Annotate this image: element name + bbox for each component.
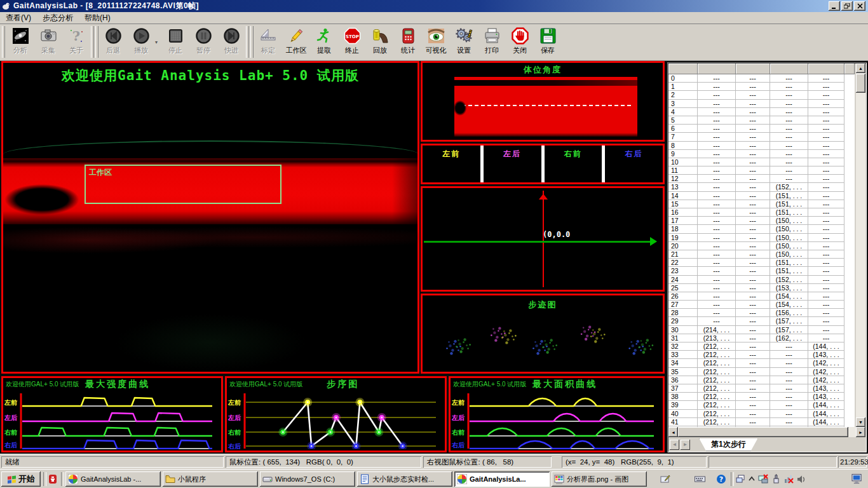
task-button-1[interactable]: GaitAnalysisLab -... bbox=[65, 471, 161, 487]
toolbar-button-gears[interactable]: 设置 bbox=[450, 25, 478, 58]
table-row[interactable]: 27------(154, . . .--- bbox=[668, 301, 855, 309]
toolbar-button-hand[interactable]: 关闭 bbox=[506, 25, 534, 58]
wireless-disconnected-icon[interactable] bbox=[783, 473, 794, 485]
scroll-right-button[interactable]: ► bbox=[856, 427, 865, 437]
table-row[interactable]: 20------(150, . . .--- bbox=[668, 242, 855, 250]
table-row[interactable]: 21------(150, . . .--- bbox=[668, 250, 855, 259]
scroll-down-button[interactable]: ▼ bbox=[856, 417, 865, 427]
task-button-3[interactable]: Windows7_OS (C:) bbox=[260, 471, 355, 487]
table-row[interactable]: 16------(151, . . .--- bbox=[668, 208, 855, 217]
table-row[interactable]: 17------(150, . . .--- bbox=[668, 217, 855, 225]
minimize-button[interactable] bbox=[829, 1, 840, 11]
quadrant-panel[interactable]: 左前左后右前右后 bbox=[421, 144, 665, 184]
task-button-4[interactable]: 大小鼠步态实时检... bbox=[357, 471, 452, 487]
sheet-tab[interactable]: 第1次步行 bbox=[699, 438, 758, 451]
table-row[interactable]: 5------------ bbox=[668, 116, 855, 125]
taskbar-clock[interactable]: 21:29 2012/2/9 bbox=[813, 471, 839, 488]
table-row[interactable]: 2------------ bbox=[668, 91, 855, 99]
posture-angle-panel[interactable]: 体位角度 bbox=[421, 61, 665, 142]
collapse-tray-icon[interactable] bbox=[746, 473, 757, 485]
toolbar-button-galaxy[interactable]: 分析 bbox=[6, 25, 34, 58]
table-row[interactable]: 32(212, . . .------(144, . . . bbox=[668, 342, 855, 351]
network-disconnected-icon[interactable] bbox=[757, 473, 769, 485]
toolbar-button-question[interactable]: ?关于 bbox=[62, 25, 90, 58]
table-row[interactable]: 22------(151, . . .--- bbox=[668, 259, 855, 267]
table-row[interactable]: 12------------ bbox=[668, 175, 855, 183]
max-area-chart[interactable]: 欢迎使用GAL+ 5.0 试用版最大面积曲线左前左后右前右后 bbox=[449, 376, 665, 452]
step-sequence-chart[interactable]: 欢迎使用GAL+ 5.0 试用版步序图左前左后右前右后 bbox=[225, 376, 447, 452]
table-row[interactable]: 13------(152, . . .--- bbox=[668, 183, 855, 191]
toolbar-button-pencil[interactable]: 工作区 bbox=[282, 25, 310, 58]
toolbar-button-film[interactable]: 回放 bbox=[366, 25, 394, 58]
toolbar-button-calculator[interactable]: 统计 bbox=[394, 25, 422, 58]
toolbar-button-pause[interactable]: 暂停 bbox=[189, 25, 217, 58]
toolbar-button-ruler[interactable]: 标定 bbox=[254, 25, 282, 58]
table-row[interactable]: 36(212, . . .------(142, . . . bbox=[668, 376, 855, 384]
max-intensity-chart[interactable]: 欢迎使用GAL+ 5.0 试用版最大强度曲线左前左后右前右后 bbox=[1, 376, 223, 452]
table-row[interactable]: 35(212, . . .------(142, . . . bbox=[668, 368, 855, 376]
table-row[interactable]: 39(212, . . .------(144, . . . bbox=[668, 401, 855, 409]
table-row[interactable]: 7------------ bbox=[668, 133, 855, 141]
task-button-2[interactable]: 小鼠程序 bbox=[163, 471, 258, 487]
tab-scroll-left[interactable]: ◄ bbox=[670, 440, 679, 450]
pen-input-icon[interactable] bbox=[660, 473, 671, 485]
table-row[interactable]: 4------------ bbox=[668, 108, 855, 116]
table-row[interactable]: 10------------ bbox=[668, 158, 855, 166]
toolbar-button-step-back[interactable]: 后退 bbox=[99, 25, 127, 58]
table-row[interactable]: 38(212, . . .------(143, . . . bbox=[668, 393, 855, 401]
table-row[interactable]: 23------(151, . . .--- bbox=[668, 267, 855, 275]
toolbar-button-stop-sign[interactable]: STOP终止 bbox=[338, 25, 366, 58]
table-row[interactable]: 40(212, . . .------(144, . . . bbox=[668, 410, 855, 418]
table-row[interactable]: 34(212, . . .------(142, . . . bbox=[668, 359, 855, 367]
table-row[interactable]: 18------(150, . . .--- bbox=[668, 225, 855, 233]
menu-gait-analysis[interactable]: 步态分析 bbox=[37, 11, 79, 25]
table-header-cell[interactable] bbox=[698, 64, 736, 74]
table-row[interactable]: 33(212, . . .------(143, . . . bbox=[668, 351, 855, 359]
keyboard-icon[interactable] bbox=[694, 473, 705, 485]
main-video-panel[interactable]: 欢迎使用Gait Analysis Lab+ 5.0 试用版 工作区 bbox=[1, 61, 419, 374]
toolbar-button-camera[interactable]: 采集 bbox=[34, 25, 62, 58]
quick-launch-icon[interactable] bbox=[47, 473, 58, 485]
tab-scroll-right[interactable]: ► bbox=[681, 440, 690, 450]
v-scrollbar[interactable] bbox=[856, 64, 865, 427]
usb-device-icon[interactable] bbox=[770, 473, 782, 485]
table-header-cell[interactable] bbox=[668, 64, 698, 74]
table-row[interactable]: 29------(157, . . .--- bbox=[668, 317, 855, 325]
table-row[interactable]: 41(212, . . .------(144, . . . bbox=[668, 418, 855, 426]
table-row[interactable]: 11------------ bbox=[668, 166, 855, 175]
table-header-cell[interactable] bbox=[770, 64, 808, 74]
table-row[interactable]: 30(214, . . .---(157, . . .--- bbox=[668, 326, 855, 334]
coordinate-panel[interactable]: (0,0.0 bbox=[421, 186, 665, 292]
table-row[interactable]: 14------(151, . . .--- bbox=[668, 192, 855, 200]
task-button-5[interactable]: GaitAnalysisLa... bbox=[454, 471, 550, 487]
menu-help[interactable]: 帮助(H) bbox=[79, 11, 116, 25]
table-row[interactable]: 8------------ bbox=[668, 142, 855, 150]
table-row[interactable]: 19------(150, . . .--- bbox=[668, 234, 855, 242]
table-row[interactable]: 28------(156, . . .--- bbox=[668, 309, 855, 317]
table-row[interactable]: 9------------ bbox=[668, 150, 855, 158]
volume-icon[interactable] bbox=[796, 473, 807, 485]
toolbar-button-eye[interactable]: 可视化 bbox=[422, 25, 450, 58]
workspace-rect[interactable]: 工作区 bbox=[85, 165, 281, 204]
help-icon[interactable]: ? bbox=[715, 473, 727, 485]
table-row[interactable]: 6------------ bbox=[668, 125, 855, 133]
display-settings-icon[interactable] bbox=[851, 473, 863, 484]
table-row[interactable]: 3------------ bbox=[668, 100, 855, 108]
table-row[interactable]: 1------------ bbox=[668, 83, 855, 91]
toolbar-button-save[interactable]: 保存 bbox=[534, 25, 562, 58]
scroll-up-button[interactable]: ▲ bbox=[856, 64, 865, 73]
toolbar-button-runner[interactable]: 提取 bbox=[310, 25, 338, 58]
table-row[interactable]: 0------------ bbox=[668, 74, 855, 83]
play-dropdown-arrow[interactable]: ▾ bbox=[155, 25, 161, 58]
v-scroll-thumb[interactable] bbox=[856, 74, 865, 93]
close-button[interactable] bbox=[854, 1, 865, 11]
menu-view[interactable]: 查看(V) bbox=[0, 11, 37, 25]
toolbar-button-fast-forward[interactable]: 快进 bbox=[217, 25, 245, 58]
start-button[interactable]: 开始 bbox=[1, 471, 41, 487]
footprint-panel[interactable]: 步迹图 bbox=[421, 294, 665, 374]
toolbar-button-printer[interactable]: 打印 bbox=[478, 25, 506, 58]
table-row[interactable]: 26------(154, . . .--- bbox=[668, 292, 855, 301]
table-row[interactable]: 15------(151, . . .--- bbox=[668, 200, 855, 208]
table-header-cell[interactable] bbox=[736, 64, 770, 74]
table-row[interactable]: 37(212, . . .------(143, . . . bbox=[668, 384, 855, 393]
